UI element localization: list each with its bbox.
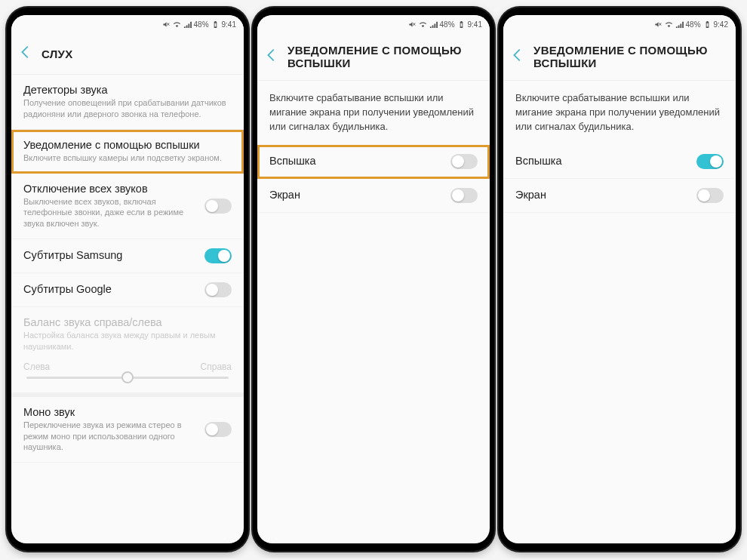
item-sub: Включите вспышку камеры или подсветку эк…: [23, 152, 232, 164]
item-sound-detectors[interactable]: Детекторы звука Получение оповещений при…: [11, 75, 244, 130]
signal-icon: [183, 20, 192, 29]
clock-text: 9:41: [468, 20, 482, 29]
back-button[interactable]: [263, 47, 280, 66]
item-title: Баланс звука справа/слева: [23, 316, 232, 328]
toggle-flash[interactable]: [696, 154, 724, 169]
toggle-flash[interactable]: [450, 154, 478, 169]
phone-1: 48% 9:41 СЛУХ Детекторы звука Получение …: [7, 8, 248, 551]
content: Включите срабатывание вспышки или мигани…: [257, 81, 490, 543]
item-title: Экран: [515, 189, 689, 201]
item-flash[interactable]: Вспышка: [257, 145, 490, 179]
status-bar: 48% 9:41: [257, 15, 490, 33]
header: УВЕДОМЛЕНИЕ С ПОМОЩЬЮ ВСПЫШКИ: [503, 33, 736, 81]
signal-icon: [675, 20, 684, 29]
item-title: Отключение всех звуков: [23, 183, 197, 195]
battery-text: 48%: [194, 20, 209, 29]
status-bar: 48% 9:42: [503, 15, 736, 33]
content: Детекторы звука Получение оповещений при…: [11, 75, 244, 543]
header: СЛУХ: [11, 33, 244, 75]
battery-icon: [703, 20, 712, 29]
item-samsung-subtitles[interactable]: Субтитры Samsung: [11, 239, 244, 273]
toggle-samsung-subtitles[interactable]: [204, 248, 232, 263]
mute-icon: [654, 20, 662, 29]
item-mono-audio[interactable]: Моно звук Переключение звука из режима с…: [11, 397, 244, 463]
page-title: СЛУХ: [42, 48, 73, 60]
content: Включите срабатывание вспышки или мигани…: [503, 81, 736, 543]
item-title: Вспышка: [269, 155, 443, 167]
mute-icon: [162, 20, 171, 29]
toggle-mute-all[interactable]: [204, 198, 232, 214]
signal-icon: [429, 20, 438, 29]
clock-text: 9:42: [714, 20, 728, 29]
item-title: Моно звук: [23, 406, 197, 418]
item-sound-balance: Баланс звука справа/слева Настройка бала…: [11, 307, 244, 362]
page-title: УВЕДОМЛЕНИЕ С ПОМОЩЬЮ ВСПЫШКИ: [533, 44, 727, 69]
item-sub: Выключение всех звуков, включая телефонн…: [23, 196, 197, 230]
wifi-icon: [173, 20, 181, 29]
item-flash-notification[interactable]: Уведомление с помощью вспышки Включите в…: [11, 130, 244, 174]
item-title: Экран: [269, 189, 443, 201]
item-sub: Получение оповещений при срабатывании да…: [23, 97, 232, 120]
clock-text: 9:41: [222, 20, 236, 29]
item-screen[interactable]: Экран: [503, 179, 736, 213]
description-text: Включите срабатывание вспышки или мигани…: [503, 81, 736, 145]
toggle-google-subtitles[interactable]: [204, 282, 232, 297]
item-title: Детекторы звука: [23, 84, 232, 96]
battery-text: 48%: [440, 20, 455, 29]
status-bar: 48% 9:41: [11, 15, 244, 33]
page-title: УВЕДОМЛЕНИЕ С ПОМОЩЬЮ ВСПЫШКИ: [287, 44, 481, 69]
item-title: Уведомление с помощью вспышки: [23, 139, 232, 151]
toggle-mono-audio[interactable]: [204, 422, 232, 437]
description-text: Включите срабатывание вспышки или мигани…: [257, 81, 490, 145]
item-sub: Переключение звука из режима стерео в ре…: [23, 420, 197, 454]
item-sub: Настройка баланса звука между правым и л…: [23, 330, 232, 352]
back-button[interactable]: [17, 44, 34, 63]
slider-thumb[interactable]: [121, 371, 134, 383]
item-title: Вспышка: [515, 155, 689, 167]
slider-label-right: Справа: [201, 362, 232, 372]
back-button[interactable]: [509, 47, 526, 66]
item-screen[interactable]: Экран: [257, 179, 490, 213]
screen: 48% 9:41 СЛУХ Детекторы звука Получение …: [11, 15, 244, 543]
phone-3: 48% 9:42 УВЕДОМЛЕНИЕ С ПОМОЩЬЮ ВСПЫШКИ В…: [499, 8, 740, 551]
balance-slider-row: Слева Справа: [11, 362, 244, 392]
item-flash[interactable]: Вспышка: [503, 145, 736, 179]
battery-icon: [457, 20, 466, 29]
screen: 48% 9:42 УВЕДОМЛЕНИЕ С ПОМОЩЬЮ ВСПЫШКИ В…: [503, 15, 736, 543]
toggle-screen[interactable]: [696, 188, 724, 203]
item-title: Субтитры Samsung: [23, 249, 197, 261]
item-mute-all[interactable]: Отключение всех звуков Выключение всех з…: [11, 174, 244, 240]
header: УВЕДОМЛЕНИЕ С ПОМОЩЬЮ ВСПЫШКИ: [257, 33, 490, 81]
battery-text: 48%: [686, 20, 701, 29]
item-title: Субтитры Google: [23, 283, 197, 295]
wifi-icon: [665, 20, 673, 29]
wifi-icon: [419, 20, 427, 29]
mute-icon: [408, 20, 417, 29]
balance-slider[interactable]: [26, 377, 229, 379]
slider-label-left: Слева: [23, 362, 50, 372]
item-google-subtitles[interactable]: Субтитры Google: [11, 273, 244, 307]
screen: 48% 9:41 УВЕДОМЛЕНИЕ С ПОМОЩЬЮ ВСПЫШКИ В…: [257, 15, 490, 543]
battery-icon: [211, 20, 220, 29]
toggle-screen[interactable]: [450, 188, 478, 203]
phone-2: 48% 9:41 УВЕДОМЛЕНИЕ С ПОМОЩЬЮ ВСПЫШКИ В…: [253, 8, 494, 551]
